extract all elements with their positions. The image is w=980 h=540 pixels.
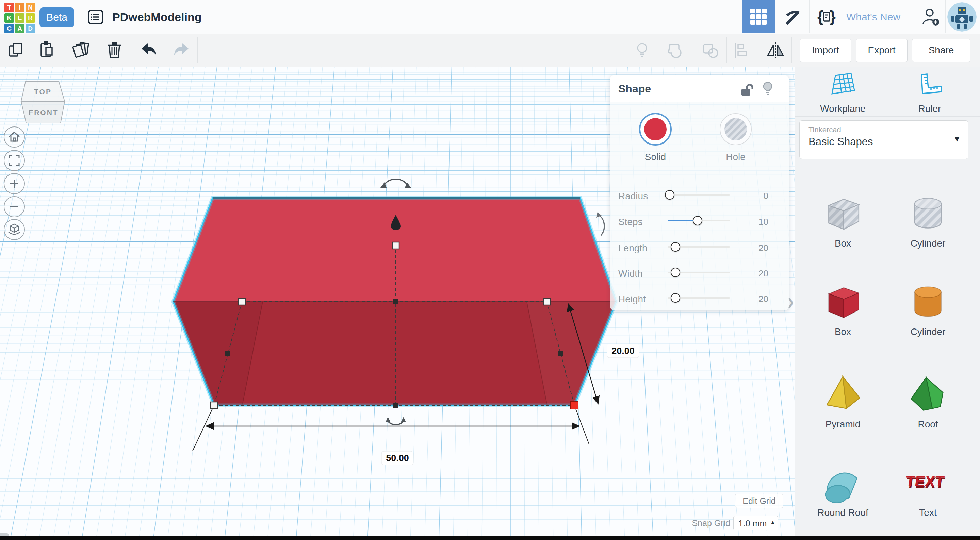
paste-icon (37, 40, 57, 60)
robot-avatar-image (947, 2, 977, 32)
edit-grid-button[interactable]: Edit Grid (735, 494, 783, 508)
duplicate-button[interactable] (71, 40, 91, 60)
caret-up-icon: ▴ (771, 518, 775, 526)
ungroup-button[interactable] (700, 40, 721, 60)
export-button[interactable]: Export (856, 39, 907, 62)
header-divider (945, 0, 946, 33)
tinker-pickaxe-icon[interactable] (783, 7, 802, 27)
design-title[interactable]: PDwebModeling (112, 0, 202, 34)
steps-row: Steps 10 (610, 215, 789, 229)
radius-slider[interactable] (668, 194, 730, 195)
toolbar-divider (197, 37, 198, 63)
unlock-icon[interactable] (740, 82, 754, 97)
copy-icon (6, 40, 27, 60)
show-all-button[interactable] (632, 40, 652, 60)
mirror-button[interactable] (765, 40, 786, 60)
caret-down-icon: ▾ (955, 133, 959, 144)
bottom-system-bar (0, 536, 980, 540)
header-divider (809, 0, 810, 33)
height-slider[interactable] (668, 297, 730, 299)
add-user-icon[interactable] (921, 7, 940, 27)
shape-box-hole[interactable]: Box (814, 191, 872, 249)
shape-panel-title: Shape (618, 76, 651, 102)
panel-divider (622, 171, 776, 171)
height-row: Height 20 (610, 292, 789, 306)
snap-grid-dropdown[interactable]: 1.0 mm ▴ (733, 516, 778, 530)
pyramid-icon (821, 371, 865, 416)
workplane-icon (830, 73, 856, 99)
redo-button[interactable] (172, 40, 192, 60)
length-row: Length 20 (610, 241, 789, 255)
zoom-out-button[interactable] (4, 196, 25, 217)
duplicate-icon (71, 40, 91, 60)
paste-button[interactable] (37, 40, 57, 60)
logo-tile: N (25, 3, 35, 12)
logo-tile: D (25, 24, 35, 33)
align-button[interactable] (731, 40, 751, 60)
shape-cylinder-hole[interactable]: Cylinder (899, 191, 957, 249)
view-cube-front-label: FRONT (29, 108, 58, 116)
import-button[interactable]: Import (800, 39, 851, 62)
text-3d-icon: TEXT TEXT (906, 460, 950, 504)
delete-button[interactable] (104, 40, 124, 60)
whats-new-link[interactable]: What's New (846, 0, 900, 34)
logo-tile: R (25, 13, 35, 23)
ruler-tool[interactable]: Ruler (901, 73, 959, 114)
radius-slider-knob[interactable] (665, 190, 675, 200)
sidebar-divider (795, 116, 980, 117)
mirror-icon (765, 40, 786, 60)
user-avatar[interactable] (947, 2, 977, 32)
width-slider[interactable] (668, 272, 730, 273)
width-row: Width 20 (610, 267, 789, 281)
home-icon (13, 138, 16, 141)
trash-icon (104, 40, 124, 60)
snap-grid-label: Snap Grid (683, 518, 730, 528)
shape-roof[interactable]: Roof (899, 371, 957, 430)
toolbar-divider (727, 37, 727, 63)
length-slider-knob[interactable] (671, 242, 680, 252)
dashboard-button[interactable] (742, 0, 775, 33)
solid-option[interactable]: Solid (637, 113, 674, 162)
hide-lightbulb-icon[interactable] (762, 81, 773, 97)
steps-slider[interactable] (668, 220, 730, 221)
view-cube[interactable]: TOP FRONT (14, 76, 72, 127)
logo-tile: I (15, 3, 24, 12)
dashboard-grid-icon (749, 8, 767, 25)
shapes-sidebar: Workplane Ruler Tinkercad Basic Shapes ▾… (795, 67, 980, 540)
toolbar-divider (660, 37, 660, 63)
home-view-button[interactable] (4, 127, 25, 148)
shape-library-dropdown[interactable]: Tinkercad Basic Shapes ▾ (799, 121, 969, 159)
group-button[interactable] (666, 40, 686, 60)
shape-pyramid[interactable]: Pyramid (814, 371, 872, 430)
steps-slider-knob[interactable] (693, 216, 702, 226)
codeblocks-icon[interactable]: { } (817, 7, 837, 27)
perspective-toggle-button[interactable] (4, 219, 25, 240)
shape-panel-header[interactable]: Shape (610, 76, 789, 102)
toolbar-divider (791, 37, 792, 63)
undo-button[interactable] (138, 40, 158, 60)
view-cube-top-label: TOP (34, 88, 52, 95)
shape-cylinder-solid[interactable]: Cylinder (899, 279, 957, 337)
shape-inspector-panel: Shape Solid Hole Radius 0 Steps (610, 76, 789, 310)
beta-badge[interactable]: Beta (40, 8, 74, 27)
length-slider[interactable] (668, 246, 730, 248)
design-menu-icon[interactable] (88, 9, 103, 25)
copy-button[interactable] (6, 40, 27, 60)
align-icon (731, 40, 751, 60)
height-slider-knob[interactable] (671, 293, 680, 303)
workplane-tool[interactable]: Workplane (814, 73, 872, 114)
shape-round-roof[interactable]: Round Roof (814, 460, 872, 518)
fit-view-button[interactable] (4, 150, 25, 171)
round-roof-icon (821, 460, 865, 504)
hole-option[interactable]: Hole (717, 113, 754, 162)
zoom-in-button[interactable] (4, 173, 25, 194)
shape-text[interactable]: TEXT TEXT Text (899, 460, 957, 518)
minus-icon (7, 199, 22, 214)
share-button[interactable]: Share (912, 39, 970, 62)
svg-text:}: } (830, 8, 836, 25)
width-slider-knob[interactable] (671, 268, 680, 277)
toolbar-divider (130, 37, 131, 63)
tinkercad-logo[interactable]: TINKERCAD (5, 3, 35, 33)
solid-color-swatch (644, 118, 667, 140)
shape-box-solid[interactable]: Box (814, 279, 872, 337)
